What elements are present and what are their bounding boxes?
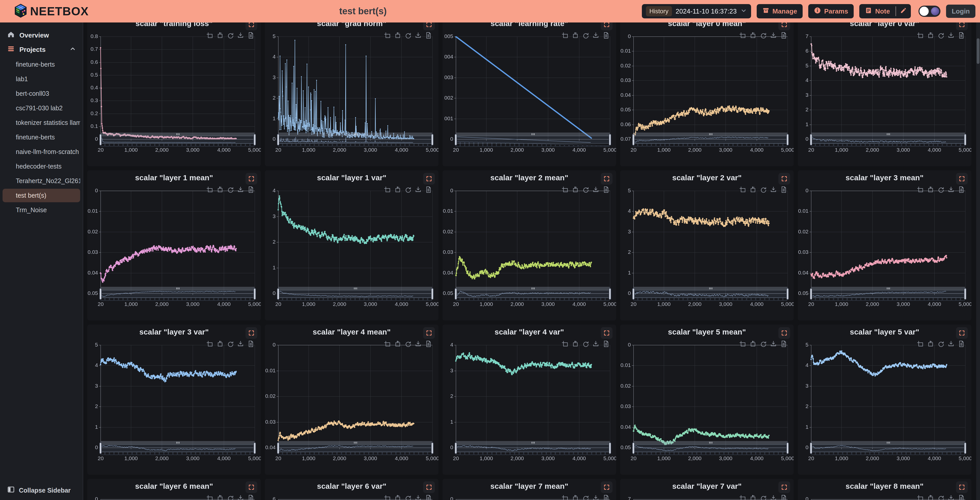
restore-icon[interactable]: [572, 186, 579, 193]
note-button[interactable]: Note: [859, 4, 896, 18]
download-icon[interactable]: [770, 340, 777, 347]
download-icon[interactable]: [237, 186, 244, 193]
restore-icon[interactable]: [217, 495, 224, 500]
refresh-icon[interactable]: [582, 186, 589, 193]
restore-icon[interactable]: [749, 186, 756, 193]
datazoom-window[interactable]: [456, 290, 610, 298]
edit-pencil-button[interactable]: [896, 4, 911, 18]
expand-chart-button[interactable]: [956, 481, 968, 493]
data-view-icon[interactable]: [425, 340, 432, 347]
datazoom-grip[interactable]: [811, 441, 965, 444]
refresh-icon[interactable]: [227, 495, 234, 500]
refresh-icon[interactable]: [227, 186, 234, 193]
datazoom-grip[interactable]: [278, 287, 432, 290]
datazoom-grip[interactable]: [278, 133, 432, 136]
datazoom-handle-right[interactable]: [431, 442, 434, 454]
zoom-select-icon[interactable]: [384, 32, 391, 39]
refresh-icon[interactable]: [937, 340, 944, 347]
sidebar-project-item[interactable]: tokenizer statistics llama...: [3, 116, 80, 129]
datazoom-handle-right[interactable]: [253, 442, 256, 454]
refresh-icon[interactable]: [760, 340, 767, 347]
expand-chart-button[interactable]: [956, 22, 968, 30]
datazoom-handle-left[interactable]: [632, 442, 635, 454]
data-view-icon[interactable]: [958, 186, 965, 193]
expand-chart-button[interactable]: [245, 327, 257, 339]
zoom-select-icon[interactable]: [562, 495, 569, 500]
data-view-icon[interactable]: [247, 495, 254, 500]
datazoom-handle-right[interactable]: [964, 288, 966, 300]
theme-toggle[interactable]: [918, 6, 940, 17]
zoom-select-icon[interactable]: [739, 32, 746, 39]
sidebar-project-item[interactable]: test bert(s): [3, 189, 80, 202]
datazoom-handle-left[interactable]: [810, 442, 812, 454]
datazoom-handle-left[interactable]: [455, 134, 457, 145]
data-view-icon[interactable]: [958, 495, 965, 500]
sidebar-item-projects[interactable]: Projects: [0, 42, 83, 57]
restore-icon[interactable]: [927, 186, 934, 193]
datazoom-window[interactable]: [278, 444, 432, 452]
refresh-icon[interactable]: [404, 495, 411, 500]
refresh-icon[interactable]: [582, 340, 589, 347]
datazoom-grip[interactable]: [811, 133, 965, 136]
restore-icon[interactable]: [927, 32, 934, 39]
data-view-icon[interactable]: [247, 32, 254, 39]
zoom-select-icon[interactable]: [384, 495, 391, 500]
expand-chart-button[interactable]: [601, 481, 612, 493]
datazoom-handle-left[interactable]: [632, 134, 635, 145]
login-button[interactable]: Login: [946, 5, 975, 18]
download-icon[interactable]: [415, 32, 422, 39]
datazoom-handle-right[interactable]: [786, 134, 789, 145]
datazoom-handle-left[interactable]: [455, 288, 457, 300]
expand-chart-button[interactable]: [956, 327, 968, 339]
datazoom-grip[interactable]: [100, 287, 255, 290]
restore-icon[interactable]: [749, 32, 756, 39]
refresh-icon[interactable]: [404, 186, 411, 193]
datazoom-window[interactable]: [100, 136, 255, 144]
refresh-icon[interactable]: [582, 32, 589, 39]
datazoom-window[interactable]: [633, 136, 788, 144]
expand-chart-button[interactable]: [423, 173, 435, 185]
expand-chart-button[interactable]: [245, 481, 257, 493]
restore-icon[interactable]: [572, 495, 579, 500]
refresh-icon[interactable]: [937, 186, 944, 193]
datazoom-handle-right[interactable]: [431, 134, 434, 145]
datazoom-window[interactable]: [456, 444, 610, 452]
refresh-icon[interactable]: [760, 32, 767, 39]
download-icon[interactable]: [592, 32, 599, 39]
download-icon[interactable]: [948, 495, 955, 500]
restore-icon[interactable]: [217, 340, 224, 347]
sidebar-project-item[interactable]: bert-conll03: [3, 87, 80, 101]
expand-chart-button[interactable]: [423, 327, 435, 339]
datazoom-handle-right[interactable]: [964, 134, 966, 145]
download-icon[interactable]: [415, 495, 422, 500]
expand-chart-button[interactable]: [423, 22, 435, 30]
datazoom-handle-left[interactable]: [277, 288, 280, 300]
datazoom-handle-left[interactable]: [810, 288, 812, 300]
restore-icon[interactable]: [927, 495, 934, 500]
data-view-icon[interactable]: [780, 340, 787, 347]
datazoom-grip[interactable]: [456, 287, 610, 290]
datazoom-handle-left[interactable]: [99, 288, 102, 300]
download-icon[interactable]: [592, 495, 599, 500]
datazoom-handle-right[interactable]: [253, 134, 256, 145]
datazoom-grip[interactable]: [456, 441, 610, 444]
expand-chart-button[interactable]: [778, 327, 790, 339]
zoom-select-icon[interactable]: [562, 32, 569, 39]
sidebar-project-item[interactable]: lab1: [3, 72, 80, 86]
restore-icon[interactable]: [749, 340, 756, 347]
datazoom-window[interactable]: [456, 136, 610, 144]
data-view-icon[interactable]: [780, 495, 787, 500]
datazoom-handle-right[interactable]: [609, 134, 611, 145]
download-icon[interactable]: [237, 32, 244, 39]
restore-icon[interactable]: [217, 32, 224, 39]
refresh-icon[interactable]: [760, 186, 767, 193]
data-view-icon[interactable]: [603, 32, 609, 39]
restore-icon[interactable]: [927, 340, 934, 347]
datazoom-window[interactable]: [811, 444, 965, 452]
datazoom-grip[interactable]: [633, 133, 788, 136]
download-icon[interactable]: [237, 340, 244, 347]
download-icon[interactable]: [237, 495, 244, 500]
zoom-select-icon[interactable]: [207, 495, 213, 500]
data-view-icon[interactable]: [958, 340, 965, 347]
sidebar-project-item[interactable]: Terahertz_No22_Gl261_gl...: [3, 174, 80, 188]
